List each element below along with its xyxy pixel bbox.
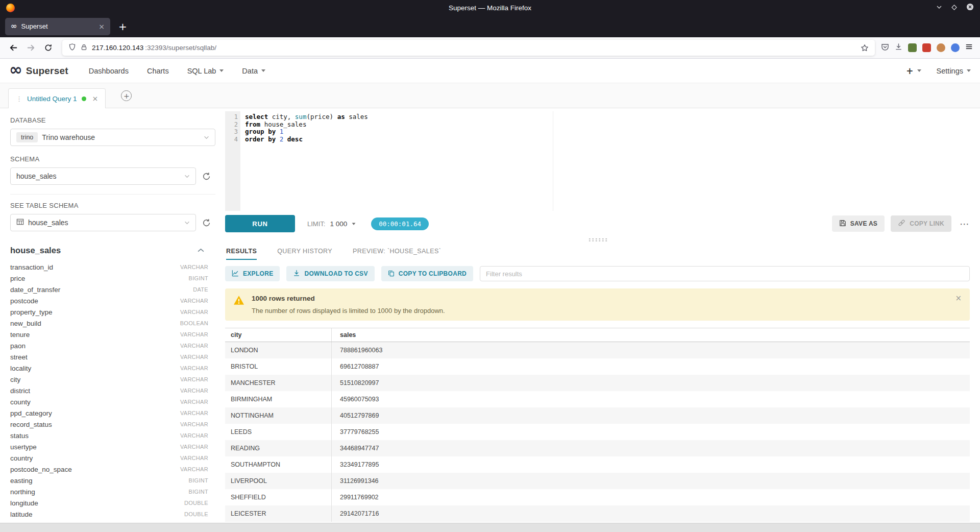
copy-link-button[interactable]: COPY LINK <box>891 215 951 232</box>
column-row[interactable]: postcodeVARCHAR <box>10 295 215 306</box>
column-row[interactable]: ppd_categoryVARCHAR <box>10 407 215 419</box>
firefox-tabstrip: ∞ Superset × + <box>0 15 980 37</box>
copy-to-clipboard-button[interactable]: COPY TO CLIPBOARD <box>381 266 473 281</box>
filter-results-input[interactable] <box>480 266 970 281</box>
cell-city: LEICESTER <box>225 510 331 517</box>
table-row: BRISTOL69612708887 <box>225 358 970 375</box>
column-header-city[interactable]: city <box>225 331 331 338</box>
table-schema-label: SEE TABLE SCHEMA <box>10 202 215 209</box>
query-tab[interactable]: ⋮ Untitled Query 1 × <box>8 88 106 108</box>
cell-sales: 51510820997 <box>331 375 970 391</box>
new-tab-button[interactable]: + <box>118 21 127 32</box>
sql-editor[interactable]: 1234 select city, sum(price) as salesfro… <box>225 111 970 211</box>
explore-button[interactable]: EXPLORE <box>225 266 280 281</box>
results-table-header[interactable]: city sales <box>225 328 970 342</box>
column-header-sales[interactable]: sales <box>331 328 970 342</box>
nav-item-sql-lab[interactable]: SQL Lab <box>187 67 224 75</box>
database-select[interactable]: trino Trino warehouse <box>10 129 215 146</box>
table-row: NOTTINGHAM40512797869 <box>225 407 970 424</box>
downloads-icon[interactable] <box>895 43 902 53</box>
extension-icon[interactable] <box>922 43 931 52</box>
cell-city: NOTTINGHAM <box>225 412 331 419</box>
column-row[interactable]: property_typeVARCHAR <box>10 306 215 318</box>
download-csv-button[interactable]: DOWNLOAD TO CSV <box>286 266 374 281</box>
settings-menu[interactable]: Settings <box>937 67 971 75</box>
table-schema-header[interactable]: house_sales <box>10 246 215 255</box>
schema-select[interactable]: house_sales <box>10 167 196 185</box>
window-close-button[interactable] <box>966 3 974 13</box>
save-as-button[interactable]: SAVE AS <box>832 215 885 232</box>
column-row[interactable]: streetVARCHAR <box>10 351 215 362</box>
browser-tab[interactable]: ∞ Superset × <box>5 18 110 35</box>
column-row[interactable]: northingBIGINT <box>10 486 215 497</box>
download-icon <box>293 270 300 278</box>
table-row: READING34468947747 <box>225 440 970 456</box>
column-row[interactable]: localityVARCHAR <box>10 362 215 374</box>
nav-item-dashboards[interactable]: Dashboards <box>89 67 129 75</box>
cell-sales: 29142071716 <box>331 505 970 522</box>
extension-icon[interactable] <box>908 43 917 52</box>
column-row[interactable]: cityVARCHAR <box>10 374 215 385</box>
pocket-icon[interactable] <box>881 43 889 53</box>
cell-city: SOUTHAMPTON <box>225 461 331 468</box>
account-avatar-icon[interactable] <box>937 43 945 52</box>
results-body: LONDON788861960063BRISTOL69612708887MANC… <box>225 342 970 522</box>
column-row[interactable]: postcode_no_spaceVARCHAR <box>10 464 215 475</box>
back-button[interactable] <box>5 40 21 56</box>
column-type: VARCHAR <box>180 444 208 450</box>
plus-icon: + <box>906 66 913 76</box>
tab-results[interactable]: RESULTS <box>226 248 257 260</box>
column-row[interactable]: priceBIGINT <box>10 273 215 284</box>
column-row[interactable]: eastingBIGINT <box>10 475 215 486</box>
close-icon[interactable]: × <box>99 22 105 31</box>
column-row[interactable]: paonVARCHAR <box>10 340 215 351</box>
chevron-down-icon <box>261 69 265 72</box>
firefox-titlebar: Superset — Mozilla Firefox <box>0 0 980 15</box>
column-row[interactable]: date_of_transferDATE <box>10 284 215 295</box>
column-type: VARCHAR <box>180 354 208 360</box>
more-options-button[interactable]: ⋯ <box>960 218 970 229</box>
column-row[interactable]: transaction_idVARCHAR <box>10 261 215 273</box>
tab-preview[interactable]: PREVIEW: `HOUSE_SALES` <box>353 248 441 260</box>
column-row[interactable]: record_statusVARCHAR <box>10 419 215 430</box>
column-row[interactable]: countyVARCHAR <box>10 396 215 407</box>
column-row[interactable]: tenureVARCHAR <box>10 329 215 340</box>
column-row[interactable]: new_buildBOOLEAN <box>10 318 215 329</box>
database-label: DATABASE <box>10 116 215 124</box>
menu-icon[interactable] <box>965 43 973 53</box>
bookmark-star-icon[interactable] <box>861 44 869 52</box>
new-menu-button[interactable]: + <box>906 66 921 76</box>
columns-list: transaction_idVARCHARpriceBIGINTdate_of_… <box>10 261 215 520</box>
column-row[interactable]: latitudeDOUBLE <box>10 509 215 520</box>
column-row[interactable]: districtVARCHAR <box>10 385 215 396</box>
new-query-tab-button[interactable]: + <box>121 90 132 101</box>
column-row[interactable]: longitudeDOUBLE <box>10 497 215 509</box>
nav-item-charts[interactable]: Charts <box>147 67 169 75</box>
pane-splitter[interactable] <box>225 236 970 243</box>
reload-button[interactable] <box>40 40 56 56</box>
column-row[interactable]: usertypeVARCHAR <box>10 441 215 452</box>
close-icon[interactable]: × <box>92 94 99 103</box>
tab-query-history[interactable]: QUERY HISTORY <box>277 248 332 260</box>
column-row[interactable]: statusVARCHAR <box>10 430 215 441</box>
forward-button[interactable] <box>22 40 39 56</box>
run-button[interactable]: RUN <box>225 215 295 232</box>
refresh-tables-icon[interactable] <box>202 219 211 227</box>
table-select[interactable]: house_sales <box>10 214 196 231</box>
column-row[interactable]: countryVARCHAR <box>10 452 215 464</box>
shield-icon[interactable] <box>68 43 76 53</box>
lock-icon[interactable] <box>81 43 87 53</box>
refresh-schema-icon[interactable] <box>202 172 211 181</box>
superset-logo[interactable]: ∞ Superset <box>9 64 68 78</box>
window-maximize-button[interactable] <box>951 3 957 12</box>
url-bar[interactable]: 217.160.120.143:32393/superset/sqllab/ <box>62 40 875 56</box>
nav-item-data[interactable]: Data <box>242 67 265 75</box>
column-name: record_status <box>10 421 52 428</box>
limit-dropdown[interactable]: LIMIT: 1 000 <box>307 220 356 228</box>
chevron-up-icon[interactable] <box>198 248 204 253</box>
cell-city: LEEDS <box>225 428 331 436</box>
editor-code[interactable]: select city, sum(price) as salesfrom hou… <box>240 111 970 211</box>
extension-icon[interactable] <box>951 43 960 52</box>
close-icon[interactable]: × <box>955 294 962 303</box>
window-minimize-button[interactable] <box>936 3 942 12</box>
